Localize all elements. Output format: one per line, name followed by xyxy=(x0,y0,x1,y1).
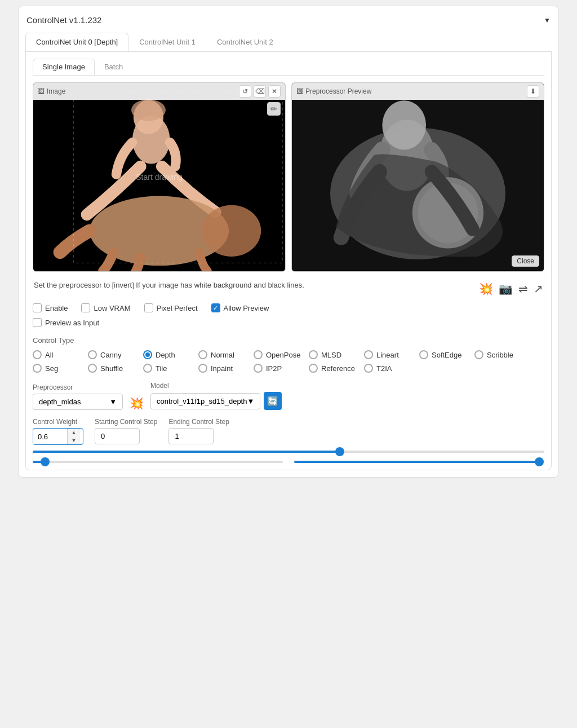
radio-all-circle xyxy=(33,350,42,359)
ending-slider-container xyxy=(294,461,544,463)
control-weight-input-wrapper: ▲ ▼ xyxy=(33,428,83,445)
radio-t2ia-label: T2IA xyxy=(376,364,392,373)
radio-reference[interactable]: Reference xyxy=(309,364,359,373)
image-panels: 🖼 Image ↺ ⌫ ✕ xyxy=(33,82,544,272)
tab-unit-1[interactable]: ControlNet Unit 1 xyxy=(128,33,206,51)
input-image-panel: 🖼 Image ↺ ⌫ ✕ xyxy=(33,82,286,272)
low-vram-checkbox-box xyxy=(81,303,90,312)
radio-softedge-circle xyxy=(419,350,428,359)
radio-scribble-label: Scribble xyxy=(487,351,513,359)
preprocessor-group: Preprocessor depth_midas ▼ xyxy=(33,383,123,410)
starting-step-label: Starting Control Step xyxy=(95,418,157,426)
weight-slider-fill xyxy=(33,451,340,453)
radio-reference-circle xyxy=(309,364,318,373)
model-group: Model control_v11f1p_sd15_depth ▼ 🔄 xyxy=(150,382,282,410)
radio-seg[interactable]: Seg xyxy=(33,364,83,373)
weight-decrement-btn[interactable]: ▼ xyxy=(68,436,80,444)
radio-lineart-circle xyxy=(364,350,373,359)
radio-openpose-label: OpenPose xyxy=(266,351,300,359)
radio-openpose-circle xyxy=(254,350,263,359)
close-input-btn[interactable]: ✕ xyxy=(268,85,281,98)
radio-t2ia[interactable]: T2IA xyxy=(364,364,415,373)
control-weight-input[interactable] xyxy=(33,430,67,444)
sync-icon: 🔄 xyxy=(267,396,278,407)
unit-tabs: ControlNet Unit 0 [Depth] ControlNet Uni… xyxy=(25,33,552,52)
weight-slider-thumb[interactable] xyxy=(335,447,344,456)
app-title: ControlNet v1.1.232 xyxy=(26,15,101,25)
radio-mlsd-label: MLSD xyxy=(321,351,341,359)
radio-tile-circle xyxy=(143,364,152,373)
svg-point-3 xyxy=(131,99,166,121)
input-panel-header: 🖼 Image ↺ ⌫ ✕ xyxy=(33,83,285,100)
control-weight-label: Control Weight xyxy=(33,418,83,426)
radio-lineart[interactable]: Lineart xyxy=(364,350,415,359)
input-panel-title: Image xyxy=(47,87,65,95)
eraser-btn[interactable]: ⌫ xyxy=(254,85,266,98)
radio-scribble-circle xyxy=(474,350,483,359)
radio-scribble[interactable]: Scribble xyxy=(474,350,525,359)
radio-shuffle[interactable]: Shuffle xyxy=(88,364,139,373)
radio-ip2p[interactable]: IP2P xyxy=(254,364,304,373)
low-vram-checkbox[interactable]: Low VRAM xyxy=(81,303,130,312)
control-weight-group: Control Weight ▲ ▼ xyxy=(33,418,83,445)
ending-slider-fill xyxy=(294,461,539,463)
run-preprocessor-btn[interactable]: 💥 xyxy=(130,396,144,410)
enable-checkbox[interactable]: Enable xyxy=(33,303,68,312)
radio-inpaint[interactable]: Inpaint xyxy=(198,364,249,373)
radio-mlsd[interactable]: MLSD xyxy=(309,350,359,359)
ending-step-label: Ending Control Step xyxy=(168,418,229,426)
starting-step-group: Starting Control Step xyxy=(95,418,157,444)
action-icons: 💥 📷 ⇌ ↗ xyxy=(479,282,543,295)
radio-lineart-label: Lineart xyxy=(376,351,399,359)
collapse-icon[interactable]: ▼ xyxy=(544,16,551,24)
radio-normal-label: Normal xyxy=(211,351,234,359)
pixel-perfect-checkbox[interactable]: Pixel Perfect xyxy=(144,303,198,312)
anime-figure-svg xyxy=(33,83,285,271)
download-preview-btn[interactable]: ⬇ xyxy=(527,85,539,98)
radio-tile-label: Tile xyxy=(156,364,167,373)
rotate-btn[interactable]: ↺ xyxy=(239,85,251,98)
preview-panel-header: 🖼 Preprocessor Preview ⬇ xyxy=(292,83,544,100)
starting-slider-thumb[interactable] xyxy=(41,457,50,466)
radio-all[interactable]: All xyxy=(33,350,83,359)
tab-unit-0[interactable]: ControlNet Unit 0 [Depth] xyxy=(25,33,128,51)
sync-model-btn[interactable]: 🔄 xyxy=(264,392,282,410)
input-image-area[interactable]: Start drawing xyxy=(33,83,285,271)
swap-action-icon[interactable]: ⇌ xyxy=(518,282,528,295)
radio-tile[interactable]: Tile xyxy=(143,364,194,373)
allow-preview-label: Allow Preview xyxy=(224,304,269,312)
controls-row: Control Weight ▲ ▼ Starting Control Step… xyxy=(33,418,544,445)
radio-normal[interactable]: Normal xyxy=(198,350,249,359)
weight-increment-btn[interactable]: ▲ xyxy=(68,429,80,436)
control-type-section: Control Type All Canny Depth Normal xyxy=(33,336,544,373)
weight-slider-track xyxy=(33,451,544,453)
control-weight-stepper: ▲ ▼ xyxy=(67,429,80,444)
radio-seg-circle xyxy=(33,364,42,373)
tab-batch[interactable]: Batch xyxy=(95,59,132,75)
allow-preview-checkbox[interactable]: ✓ Allow Preview xyxy=(211,303,269,312)
preprocessor-preview-panel: 🖼 Preprocessor Preview ⬇ xyxy=(291,82,544,272)
camera-action-icon[interactable]: 📷 xyxy=(499,282,513,295)
preview-as-input-checkbox[interactable]: Preview as Input xyxy=(33,318,99,327)
draw-tool-btn[interactable]: ✏ xyxy=(267,102,281,116)
control-type-grid: All Canny Depth Normal OpenPose xyxy=(33,350,544,373)
radio-depth[interactable]: Depth xyxy=(143,350,194,359)
radio-openpose[interactable]: OpenPose xyxy=(254,350,304,359)
ending-slider-thumb[interactable] xyxy=(535,457,544,466)
starting-slider-track xyxy=(33,461,283,463)
fire-action-icon[interactable]: 💥 xyxy=(479,282,493,295)
radio-inpaint-circle xyxy=(198,364,207,373)
ending-step-input[interactable] xyxy=(168,428,214,444)
radio-canny[interactable]: Canny xyxy=(88,350,139,359)
refresh-action-icon[interactable]: ↗ xyxy=(534,282,543,295)
starting-step-input[interactable] xyxy=(95,428,140,444)
radio-reference-label: Reference xyxy=(321,364,355,373)
tab-single-image[interactable]: Single Image xyxy=(33,59,95,75)
radio-canny-circle xyxy=(88,350,97,359)
preprocessor-dropdown[interactable]: depth_midas ▼ xyxy=(33,394,123,410)
model-dropdown[interactable]: control_v11f1p_sd15_depth ▼ xyxy=(150,393,260,409)
close-preview-btn[interactable]: Close xyxy=(512,255,539,267)
svg-point-5 xyxy=(202,205,261,257)
radio-softedge[interactable]: SoftEdge xyxy=(419,350,470,359)
tab-unit-2[interactable]: ControlNet Unit 2 xyxy=(206,33,284,51)
